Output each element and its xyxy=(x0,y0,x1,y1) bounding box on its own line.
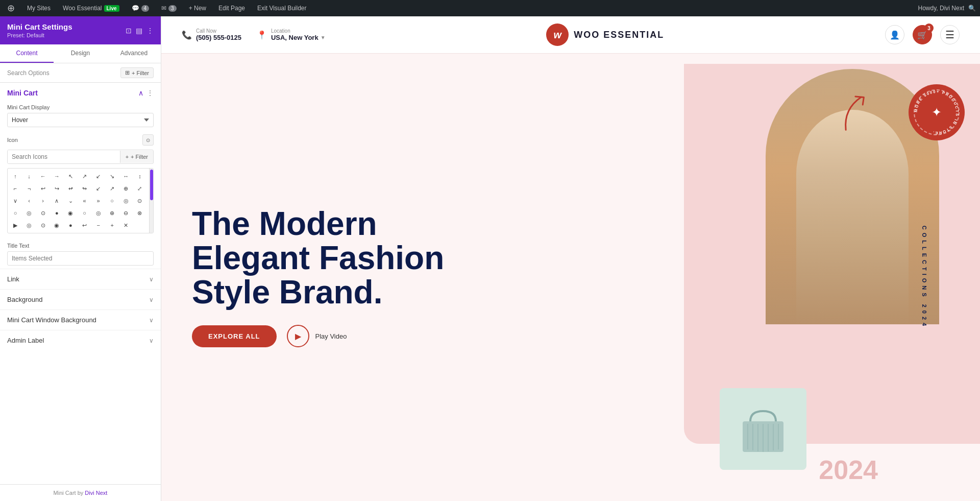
icon-play[interactable]: ▶ xyxy=(10,220,21,231)
background-section-title: Background xyxy=(7,296,42,303)
section-collapse-icon[interactable]: ∧ xyxy=(138,89,143,97)
new-label: + New xyxy=(189,5,206,12)
panel-columns-icon[interactable]: ▤ xyxy=(136,27,142,35)
location-value: USA, New York ▼ xyxy=(271,34,326,41)
mini-cart-display-field: Mini Cart Display Hover Click Always xyxy=(0,101,161,130)
icon-arrow-left[interactable]: ← xyxy=(37,171,48,182)
icon-close[interactable]: ✕ xyxy=(120,220,132,231)
account-button[interactable]: 👤 xyxy=(885,25,904,44)
icon-arrow-v[interactable]: ↕ xyxy=(134,171,145,182)
icon-arrow-ne[interactable]: ↗ xyxy=(79,171,90,182)
footer-link[interactable]: Divi Next xyxy=(85,490,107,496)
filter-button[interactable]: ⊞ + Filter xyxy=(120,67,154,78)
icon-crosshair[interactable]: ⊕ xyxy=(120,183,132,194)
link-section-header[interactable]: Link ∨ xyxy=(0,269,161,289)
exit-visual-builder-btn[interactable]: Exit Visual Builder xyxy=(254,0,310,16)
icon-arrow-diag-tr[interactable]: ↗ xyxy=(107,183,118,194)
icon-arrow-right[interactable]: → xyxy=(51,171,62,182)
icon-chevron-up[interactable]: ∧ xyxy=(51,195,62,206)
background-section-header[interactable]: Background ∨ xyxy=(0,290,161,309)
mini-cart-window-bg-header[interactable]: Mini Cart Window Background ∨ xyxy=(0,310,161,330)
link-section-title: Link xyxy=(7,275,19,283)
panel-menu-icon[interactable]: ⋮ xyxy=(146,27,154,35)
tab-content[interactable]: Content xyxy=(0,44,54,63)
admin-label-section-header[interactable]: Admin Label ∨ xyxy=(0,330,161,350)
icon-radio-b[interactable]: ⊙ xyxy=(37,220,48,231)
icon-radio-4[interactable]: ◉ xyxy=(65,207,76,219)
icon-minus-circle[interactable]: ⊖ xyxy=(120,207,132,219)
icon-chevron-down2[interactable]: ⌄ xyxy=(65,195,76,206)
cart-button[interactable]: 🛒 3 xyxy=(913,25,932,44)
location-dropdown-arrow[interactable]: ▼ xyxy=(321,35,326,40)
icon-arrow-curve-r[interactable]: ↪ xyxy=(51,183,62,194)
panel-fullscreen-icon[interactable]: ⊡ xyxy=(126,27,132,35)
search-options-label: Search Options xyxy=(7,69,50,77)
icon-arrow-diag-tl[interactable]: ↙ xyxy=(93,183,104,194)
mini-cart-display-label: Mini Cart Display xyxy=(7,104,154,110)
icon-radio-d[interactable]: ● xyxy=(65,220,76,231)
icon-chevron-down[interactable]: ∨ xyxy=(10,195,21,206)
icon-corner-br[interactable]: ¬ xyxy=(23,183,35,194)
icon-grid-scrollbar[interactable] xyxy=(149,169,153,233)
link-section-arrow: ∨ xyxy=(149,276,154,283)
admin-label-section-arrow: ∨ xyxy=(149,337,154,344)
icon-arrow-split-l[interactable]: ↫ xyxy=(65,183,76,194)
icon-arrow-up[interactable]: ↑ xyxy=(10,171,21,182)
settings-panel: Mini Cart Settings Preset: Default ⊡ ▤ ⋮… xyxy=(0,16,161,501)
icon-arrow-bend-left[interactable]: ↙ xyxy=(93,171,104,182)
icon-radio-1[interactable]: ◎ xyxy=(23,207,35,219)
title-text-input[interactable] xyxy=(7,251,154,266)
tab-advanced[interactable]: Advanced xyxy=(107,44,161,63)
comments-btn[interactable]: 💬 4 xyxy=(129,0,153,16)
icon-radio-a[interactable]: ◎ xyxy=(23,220,35,231)
icon-circle-check[interactable]: ⊙ xyxy=(134,195,145,206)
icon-chevron-gt[interactable]: › xyxy=(37,195,48,206)
icon-target[interactable]: ◎ xyxy=(93,207,104,219)
icon-dbl-left[interactable]: « xyxy=(79,195,90,206)
icon-arrow-left-curve[interactable]: ↩ xyxy=(79,220,90,231)
icon-arrow-down[interactable]: ↓ xyxy=(23,171,35,182)
new-btn[interactable]: + New xyxy=(186,0,209,16)
title-text-section: Title Text xyxy=(0,237,161,269)
icon-reset-button[interactable]: ⊙ xyxy=(142,134,154,146)
search-icons-input[interactable] xyxy=(8,150,120,163)
icon-radio-5[interactable]: ○ xyxy=(79,207,90,219)
icon-plus[interactable]: + xyxy=(107,220,118,231)
icon-corner-tl[interactable]: ⌐ xyxy=(10,183,21,194)
icon-circle-dot[interactable]: ◎ xyxy=(120,195,132,206)
icon-radio-c[interactable]: ◉ xyxy=(51,220,62,231)
wp-logo-btn[interactable]: ⊕ xyxy=(4,0,18,16)
icon-x-circle[interactable]: ⊗ xyxy=(134,207,145,219)
mini-cart-display-select[interactable]: Hover Click Always xyxy=(7,113,154,127)
icon-resize[interactable]: ⤢ xyxy=(134,183,145,194)
wp-icon: ⊕ xyxy=(7,3,15,14)
content-area: 📞 Call Now (505) 555-0125 📍 Location USA… xyxy=(161,16,980,501)
icon-dbl-right[interactable]: » xyxy=(93,195,104,206)
hero-text: The Modern Elegant Fashion Style Brand. … xyxy=(192,207,447,348)
icon-arrow-bend-right[interactable]: ↘ xyxy=(107,171,118,182)
edit-page-btn[interactable]: Edit Page xyxy=(215,0,248,16)
icon-chevron-lt[interactable]: ‹ xyxy=(23,195,35,206)
icon-circle-outline[interactable]: ○ xyxy=(107,195,118,206)
messages-btn[interactable]: ✉ 3 xyxy=(158,0,180,16)
icon-minus[interactable]: − xyxy=(93,220,104,231)
icon-plus-circle[interactable]: ⊕ xyxy=(107,207,118,219)
icon-arrow-h[interactable]: ↔ xyxy=(120,171,132,182)
icon-arrow-curve-l[interactable]: ↩ xyxy=(37,183,48,194)
site-logo[interactable]: w WOO ESSENTIAL xyxy=(546,23,664,46)
my-sites-btn[interactable]: My Sites xyxy=(24,0,54,16)
menu-button[interactable]: ☰ xyxy=(940,25,960,44)
tab-design[interactable]: Design xyxy=(54,44,107,63)
icon-arrow-split-r[interactable]: ↬ xyxy=(79,183,90,194)
year-text: 2024 xyxy=(819,455,878,485)
search-icon[interactable]: 🔍 xyxy=(968,5,976,12)
woo-essential-btn[interactable]: Woo Essential Live xyxy=(60,0,122,16)
explore-all-button[interactable]: EXPLORE ALL xyxy=(192,325,277,347)
search-icons-filter-btn[interactable]: + + Filter xyxy=(120,151,153,163)
icon-radio-2[interactable]: ⊙ xyxy=(37,207,48,219)
icon-arrow-nw[interactable]: ↖ xyxy=(65,171,76,182)
section-menu-icon[interactable]: ⋮ xyxy=(146,89,154,97)
icon-radio-empty[interactable]: ○ xyxy=(10,207,21,219)
icon-radio-3[interactable]: ● xyxy=(51,207,62,219)
play-video-button[interactable]: ▶ Play Video xyxy=(287,325,347,347)
